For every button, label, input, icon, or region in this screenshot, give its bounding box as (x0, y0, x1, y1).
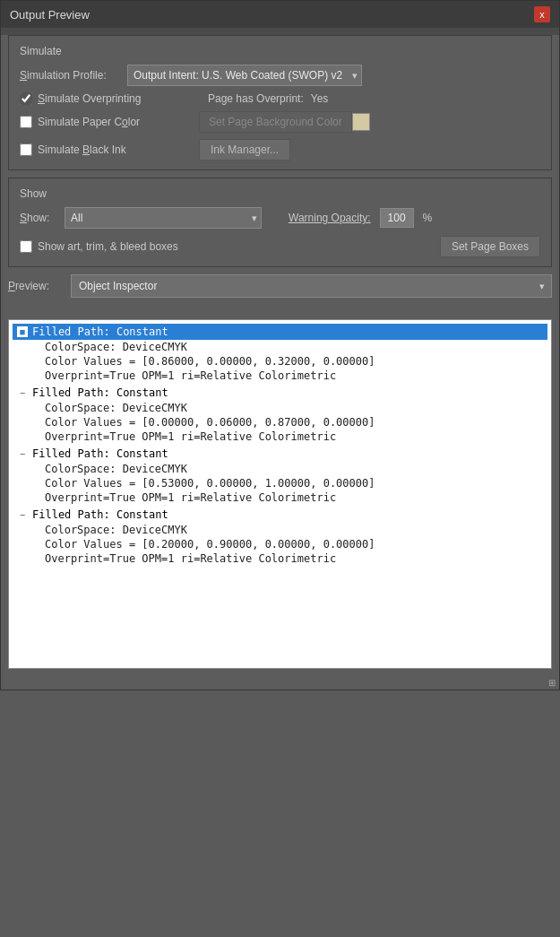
set-page-boxes-button[interactable]: Set Page Boxes (440, 236, 540, 257)
tree-child-item: ColorSpace: DeviceCMYK (13, 340, 547, 354)
tree-item[interactable]: −Filled Path: ConstantColorSpace: Device… (13, 385, 547, 444)
overprinting-row: Simulate Overprinting Page has Overprint… (20, 92, 540, 105)
profile-select-wrapper: Output Intent: U.S. Web Coated (SWOP) v2 (127, 65, 362, 86)
show-select-wrapper: All (65, 207, 262, 229)
tree-item-label: Filled Path: Constant (32, 325, 168, 338)
paper-color-row: Simulate Paper Color Set Page Background… (20, 111, 540, 133)
object-inspector-panel[interactable]: ■Filled Path: ConstantColorSpace: Device… (8, 319, 552, 669)
warning-opacity-input[interactable] (380, 208, 414, 228)
preview-row: Preview: Object Inspector (8, 274, 552, 298)
tree-child-item: Color Values = [0.00000, 0.06000, 0.8700… (13, 415, 547, 429)
black-ink-row: Simulate Black Ink Ink Manager... (20, 139, 540, 161)
percent-label: % (423, 212, 433, 224)
paper-color-checkbox[interactable] (20, 116, 32, 128)
art-trim-label: Show art, trim, & bleed boxes (38, 240, 178, 253)
set-bg-button[interactable]: Set Page Background Color (199, 111, 352, 133)
preview-select[interactable]: Object Inspector (71, 274, 552, 298)
tree-child-item: Overprint=True OPM=1 ri=Relative Colorim… (13, 490, 547, 505)
tree-child-item: Color Values = [0.53000, 0.00000, 1.0000… (13, 476, 547, 490)
page-overprint-value: Yes (311, 92, 329, 105)
tree-item-label: Filled Path: Constant (32, 386, 168, 399)
tree-expand-icon[interactable]: − (16, 449, 29, 459)
separator (1, 305, 559, 312)
preview-select-wrapper: Object Inspector (71, 274, 552, 298)
profile-label: Simulation Profile: (20, 69, 127, 82)
overprinting-checkbox[interactable] (20, 92, 32, 105)
tree-child-item: ColorSpace: DeviceCMYK (13, 462, 547, 476)
tree-item-label: Filled Path: Constant (32, 447, 168, 460)
tree-item[interactable]: ■Filled Path: ConstantColorSpace: Device… (13, 324, 547, 383)
overprinting-checkbox-group: Simulate Overprinting (20, 92, 199, 105)
tree-expand-icon[interactable]: − (16, 388, 29, 398)
tree-item[interactable]: −Filled Path: ConstantColorSpace: Device… (13, 507, 547, 566)
tree-expand-icon[interactable]: − (16, 510, 29, 520)
paper-color-checkbox-group: Simulate Paper Color (20, 116, 199, 128)
window-title: Output Preview (10, 8, 90, 22)
resize-handle[interactable]: ⊞ (1, 676, 559, 690)
art-trim-checkbox-group: Show art, trim, & bleed boxes (20, 240, 178, 253)
tree-item-label: Filled Path: Constant (32, 508, 168, 521)
profile-select[interactable]: Output Intent: U.S. Web Coated (SWOP) v2 (127, 65, 362, 86)
tree-child-item: Color Values = [0.20000, 0.90000, 0.0000… (13, 537, 547, 551)
show-label-header: Show (20, 187, 540, 200)
bg-color-swatch[interactable] (352, 113, 370, 131)
tree-child-item: Overprint=True OPM=1 ri=Relative Colorim… (13, 551, 547, 566)
tree-expand-icon[interactable]: ■ (16, 326, 29, 337)
page-overprint-label: Page has Overprint: (208, 92, 304, 105)
tree-child-item: ColorSpace: DeviceCMYK (13, 523, 547, 537)
simulate-label: Simulate (20, 45, 540, 57)
title-bar: Output Preview x (1, 1, 559, 28)
tree-child-item: Overprint=True OPM=1 ri=Relative Colorim… (13, 369, 547, 383)
tree-child-item: Color Values = [0.86000, 0.00000, 0.3200… (13, 354, 547, 369)
paper-color-label: Simulate Paper Color (38, 116, 140, 128)
tree-child-item: ColorSpace: DeviceCMYK (13, 401, 547, 415)
overprinting-label: Simulate Overprinting (38, 92, 141, 105)
simulate-section: Simulate Simulation Profile: Output Inte… (8, 35, 552, 170)
warning-opacity-label: Warning Opacity: (289, 212, 371, 224)
black-ink-checkbox-group: Simulate Black Ink (20, 143, 199, 156)
show-row: Show: All Warning Opacity: % (20, 207, 540, 229)
tree-item[interactable]: −Filled Path: ConstantColorSpace: Device… (13, 446, 547, 505)
black-ink-label: Simulate Black Ink (38, 143, 126, 156)
close-button[interactable]: x (534, 6, 550, 22)
show-field-label: Show: (20, 212, 56, 224)
art-trim-checkbox[interactable] (20, 240, 32, 253)
ink-manager-button[interactable]: Ink Manager... (199, 139, 290, 161)
simulation-profile-row: Simulation Profile: Output Intent: U.S. … (20, 65, 540, 86)
show-select[interactable]: All (65, 207, 262, 229)
art-trim-row: Show art, trim, & bleed boxes Set Page B… (20, 236, 540, 257)
black-ink-checkbox[interactable] (20, 143, 32, 156)
output-preview-window: Output Preview x Simulate Simulation Pro… (0, 0, 560, 690)
preview-label: Preview: (8, 280, 62, 292)
show-section: Show Show: All Warning Opacity: % Show a… (8, 178, 552, 267)
main-content: Simulate Simulation Profile: Output Inte… (1, 35, 559, 690)
tree-child-item: Overprint=True OPM=1 ri=Relative Colorim… (13, 429, 547, 444)
